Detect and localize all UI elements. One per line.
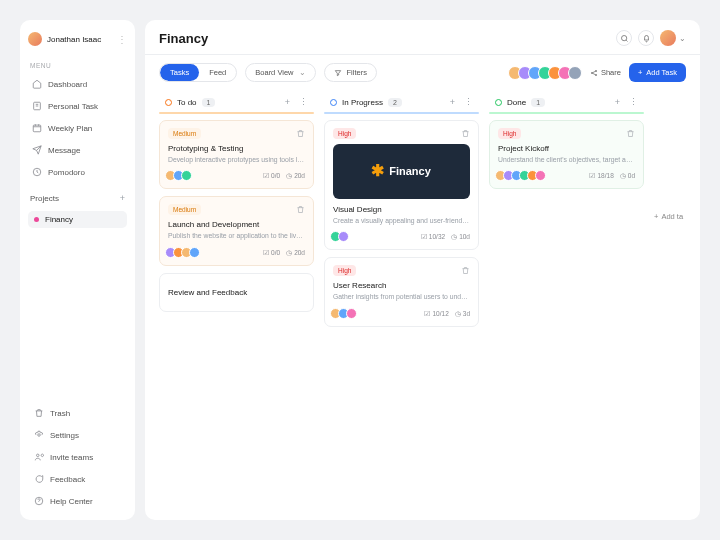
- member-avatars[interactable]: [512, 66, 582, 80]
- delete-icon[interactable]: [296, 205, 305, 214]
- delete-icon[interactable]: [626, 129, 635, 138]
- nav-trash[interactable]: Trash: [28, 404, 127, 422]
- share-button[interactable]: Share: [590, 68, 621, 77]
- main-panel: Financy ⌄ Tasks Feed Board View ⌄: [145, 20, 700, 520]
- nav-invite[interactable]: Invite teams: [28, 448, 127, 466]
- user-avatar: [28, 32, 42, 46]
- toolbar: Tasks Feed Board View ⌄ Filters Share +: [159, 63, 686, 82]
- nav-weekly-plan[interactable]: Weekly Plan: [28, 119, 127, 137]
- priority-badge: Medium: [168, 128, 201, 139]
- card-title: User Research: [333, 281, 470, 290]
- priority-badge: High: [333, 265, 356, 276]
- nav-feedback[interactable]: Feedback: [28, 470, 127, 488]
- card-title: Review and Feedback: [168, 288, 305, 297]
- svg-rect-1: [33, 125, 41, 132]
- page-title: Financy: [159, 31, 208, 46]
- add-card-icon[interactable]: +: [615, 97, 620, 107]
- svg-point-3: [38, 434, 41, 437]
- more-icon[interactable]: ⋮: [117, 34, 127, 45]
- tab-tasks[interactable]: Tasks: [160, 64, 199, 81]
- user-menu[interactable]: ⌄: [660, 30, 686, 46]
- logo-icon: [372, 165, 385, 178]
- card-title: Visual Design: [333, 205, 470, 214]
- svg-point-4: [37, 454, 40, 457]
- topbar: Financy ⌄: [159, 30, 686, 54]
- task-card[interactable]: High Financy Visual Design Create a visu…: [324, 120, 479, 251]
- nav-pomodoro[interactable]: Pomodoro: [28, 163, 127, 181]
- assignees: [333, 231, 349, 242]
- priority-badge: High: [498, 128, 521, 139]
- card-desc: Gather insights from potential users to …: [333, 293, 470, 302]
- message-icon: [32, 145, 42, 155]
- svg-point-8: [595, 70, 596, 71]
- user-card[interactable]: Jonathan Isaac ⋮: [28, 30, 127, 52]
- filter-icon: [334, 69, 342, 77]
- column-more-icon[interactable]: ⋮: [464, 97, 473, 107]
- nav-personal-task[interactable]: Personal Task: [28, 97, 127, 115]
- card-cover: Financy: [333, 144, 470, 199]
- time-stat: ◷ 20d: [286, 172, 305, 180]
- add-task-button[interactable]: + Add Task: [629, 63, 686, 82]
- tab-feed[interactable]: Feed: [199, 64, 236, 81]
- column-more-icon[interactable]: ⋮: [629, 97, 638, 107]
- help-icon: [34, 496, 44, 506]
- project-color-icon: [34, 217, 39, 222]
- status-ring-icon: [165, 99, 172, 106]
- view-selector[interactable]: Board View ⌄: [245, 63, 315, 82]
- add-column-button[interactable]: + Add ta: [654, 92, 683, 334]
- nav-help[interactable]: Help Center: [28, 492, 127, 510]
- projects-header: Projects +: [28, 193, 127, 203]
- card-desc: Understand the client's objectives, targ…: [498, 156, 635, 165]
- share-icon: [590, 69, 598, 77]
- card-title: Project Kickoff: [498, 144, 635, 153]
- card-desc: Publish the website or application to th…: [168, 232, 305, 241]
- plus-icon: +: [654, 212, 658, 221]
- clock-icon: [32, 167, 42, 177]
- topbar-avatar: [660, 30, 676, 46]
- notifications-button[interactable]: [638, 30, 654, 46]
- svg-point-6: [621, 35, 626, 40]
- task-card[interactable]: High User Research Gather insights from …: [324, 257, 479, 327]
- trash-icon: [34, 408, 44, 418]
- add-card-icon[interactable]: +: [285, 97, 290, 107]
- chat-icon: [34, 474, 44, 484]
- task-card[interactable]: Medium Launch and Development Publish th…: [159, 196, 314, 266]
- task-card[interactable]: Medium Prototyping & Testing Develop int…: [159, 120, 314, 190]
- menu-label: MENU: [30, 62, 127, 69]
- search-button[interactable]: [616, 30, 632, 46]
- delete-icon[interactable]: [296, 129, 305, 138]
- status-ring-icon: [495, 99, 502, 106]
- delete-icon[interactable]: [461, 266, 470, 275]
- calendar-icon: [32, 123, 42, 133]
- gear-icon: [34, 430, 44, 440]
- task-card[interactable]: High Project Kickoff Understand the clie…: [489, 120, 644, 190]
- user-name: Jonathan Isaac: [47, 35, 112, 44]
- kanban-board: To do 1 + ⋮ Medium Prototyping & Testing…: [159, 92, 686, 334]
- delete-icon[interactable]: [461, 129, 470, 138]
- home-icon: [32, 79, 42, 89]
- task-card[interactable]: Review and Feedback: [159, 273, 314, 312]
- assignees: [168, 247, 200, 258]
- add-card-icon[interactable]: +: [450, 97, 455, 107]
- svg-point-9: [595, 74, 596, 75]
- plus-icon: +: [638, 68, 642, 77]
- card-title: Prototyping & Testing: [168, 144, 305, 153]
- chevron-down-icon: ⌄: [679, 34, 686, 43]
- nav-dashboard[interactable]: Dashboard: [28, 75, 127, 93]
- chevron-down-icon: ⌄: [299, 68, 306, 77]
- card-title: Launch and Development: [168, 220, 305, 229]
- priority-badge: Medium: [168, 204, 201, 215]
- project-financy[interactable]: Financy: [28, 211, 127, 228]
- nav-message[interactable]: Message: [28, 141, 127, 159]
- assignees: [168, 170, 192, 181]
- nav-settings[interactable]: Settings: [28, 426, 127, 444]
- add-project-icon[interactable]: +: [120, 193, 125, 203]
- users-icon: [34, 452, 44, 462]
- subtask-stat: ☑ 0/0: [263, 172, 280, 180]
- status-ring-icon: [330, 99, 337, 106]
- column-more-icon[interactable]: ⋮: [299, 97, 308, 107]
- assignees: [333, 308, 357, 319]
- column-in-progress: In Progress 2 + ⋮ High Financy Visual De…: [324, 92, 479, 334]
- filters-button[interactable]: Filters: [324, 63, 377, 82]
- column-header: To do 1 + ⋮: [159, 92, 314, 112]
